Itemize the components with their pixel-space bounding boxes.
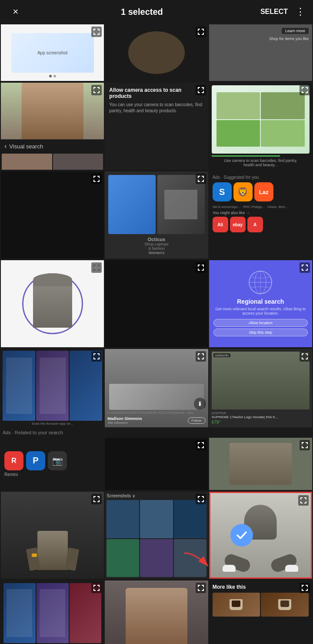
app-icon-lion[interactable]: 🦁 <box>233 182 253 201</box>
back-icon[interactable]: ‹ <box>4 142 7 150</box>
more-like-title: More like this <box>213 584 309 590</box>
list-item[interactable] <box>105 580 208 644</box>
app-icon-ebay[interactable]: ebay <box>230 217 246 232</box>
app-icon-p[interactable]: P <box>26 451 45 470</box>
visual-search-cell[interactable]: ‹ Visual search <box>1 83 104 170</box>
arrow-overlay <box>182 549 208 572</box>
more-like-this-cell[interactable]: More like this <box>209 580 312 644</box>
scan-label: Use camera to scan barcodes, find pantry… <box>212 158 310 167</box>
product-price: ¢79° <box>212 420 221 425</box>
header-title: 1 selected <box>23 7 260 17</box>
grid-row-ads: R P 📷 Remini <box>0 437 313 491</box>
expand-icon[interactable] <box>196 494 206 504</box>
expand-icon[interactable] <box>91 85 102 95</box>
list-item[interactable] <box>209 438 312 490</box>
product-user: sunburnto <box>213 353 230 357</box>
expand-icon[interactable] <box>300 440 310 450</box>
app-icon-s[interactable]: S <box>213 182 232 201</box>
regional-search-cell[interactable]: Regional search Get more relevant local … <box>209 260 312 347</box>
expand-icon[interactable] <box>196 27 206 37</box>
product-brand: HOPPER <box>212 411 310 415</box>
shop-subtitle: Shop for items you like <box>269 37 309 41</box>
list-item[interactable] <box>105 438 208 490</box>
screenshots-cell[interactable]: Screenshots ∨ <box>105 492 208 579</box>
camera-popup-cell[interactable]: × Allow camera access to scan products Y… <box>105 83 208 170</box>
expand-icon[interactable] <box>300 351 310 362</box>
ads-related-label: Ads · Related to your search <box>0 428 313 437</box>
app-icon-pdf[interactable]: A <box>247 217 263 232</box>
selected-checkmark <box>230 524 253 547</box>
visual-search-label: Visual search <box>9 143 43 150</box>
list-item[interactable] <box>105 24 208 81</box>
expand-icon[interactable] <box>91 583 102 593</box>
grid-row-3: Octicus Shop Laptops& fashion Women's Ad… <box>0 171 313 259</box>
learn-more-button[interactable]: Learn more <box>282 28 309 34</box>
globe-icon <box>247 269 273 295</box>
visual-search-bar[interactable]: ‹ Visual search <box>1 139 104 153</box>
list-item[interactable] <box>1 171 104 258</box>
expand-icon[interactable] <box>91 27 102 37</box>
header-actions: SELECT ⋮ <box>260 6 305 17</box>
skip-step-button[interactable]: Skip this step <box>213 329 308 336</box>
expand-icon[interactable] <box>196 262 206 273</box>
expand-icon[interactable] <box>300 583 310 593</box>
select-button[interactable]: SELECT <box>260 8 288 16</box>
list-item[interactable]: ⬇ Madison Simmons 48k followers Follow t… <box>105 349 208 427</box>
coffee-grid <box>213 593 309 617</box>
list-item[interactable]: Here's also camera, live feed, fast prod… <box>1 580 104 644</box>
expand-icon[interactable] <box>91 174 102 184</box>
grid-row-1: App screenshot <box>0 23 313 82</box>
list-item[interactable] <box>1 260 104 347</box>
camera-popup-title: Allow camera access to scan products <box>109 87 203 99</box>
list-item[interactable]: App screenshot <box>1 24 104 81</box>
list-item[interactable]: Learn more Shop for items you like <box>209 24 312 81</box>
remini-cell[interactable]: R P 📷 Remini <box>1 438 104 490</box>
selected-item[interactable] <box>209 492 312 579</box>
allow-location-button[interactable]: Allow location <box>213 319 308 327</box>
expand-icon[interactable] <box>91 262 102 273</box>
progress-bar <box>212 155 280 157</box>
list-item[interactable]: Octicus Shop Laptops& fashion Women's <box>105 171 208 258</box>
list-item[interactable] <box>1 492 104 579</box>
app-icon-ali[interactable]: Ali <box>213 217 228 232</box>
url-text: ti/1643605627ti/299570476c6f03095 45110c… <box>107 411 205 414</box>
profile-followers: 48k followers <box>107 421 142 425</box>
expand-icon[interactable] <box>196 440 206 450</box>
grid-row-2: ‹ Visual search × Allow camera access to… <box>0 82 313 171</box>
app-icon-scan[interactable]: 📷 <box>48 451 67 470</box>
expand-icon[interactable] <box>196 583 206 593</box>
follow-button[interactable]: Follow <box>188 417 206 424</box>
close-button[interactable]: × <box>8 6 23 17</box>
product-name: SUPREME 17Aw0ct Logo Hoodie( Khk K... <box>212 415 310 419</box>
expand-icon[interactable] <box>300 262 310 273</box>
expand-icon[interactable] <box>196 85 206 95</box>
expand-icon[interactable] <box>300 85 310 95</box>
profile-overlay: Madison Simmons 48k followers Follow <box>107 416 205 425</box>
might-like-label: You might also like → <box>213 211 309 215</box>
grid-row-5: Scan the Amazon app on... ⬇ Madison Simm… <box>0 348 313 428</box>
expand-icon[interactable] <box>196 174 206 184</box>
grid-row-4: Regional search Get more relevant local … <box>0 259 313 348</box>
app-icon-remini[interactable]: R <box>4 451 23 470</box>
expand-icon[interactable] <box>196 351 206 362</box>
app-icon-laz[interactable]: Laz <box>254 182 273 201</box>
profile-name: Madison Simmons <box>107 416 142 421</box>
header: × 1 selected SELECT ⋮ <box>0 0 313 23</box>
regional-title: Regional search <box>237 298 284 305</box>
expand-icon[interactable] <box>298 495 309 506</box>
carousel-dots <box>49 75 56 77</box>
more-options-button[interactable]: ⋮ <box>296 6 305 17</box>
grid-row-7: Screenshots ∨ <box>0 491 313 580</box>
list-item[interactable]: Scan the Amazon app on... <box>1 349 104 427</box>
screenshots-label: Screenshots ∨ <box>107 493 135 498</box>
list-item[interactable] <box>105 260 208 347</box>
ads-label: Ads · Suggested for you <box>213 175 309 180</box>
grid-row-8: Here's also camera, live feed, fast prod… <box>0 580 313 644</box>
shop-label: Octicus Shop Laptops& fashion Women's <box>108 237 204 255</box>
suggestions-cell[interactable]: Ads · Suggested for you S 🦁 Laz Siti E-k… <box>209 171 312 258</box>
regional-desc: Get more relevant local search results. … <box>213 307 308 315</box>
list-item[interactable]: Use camera to scan barcodes, find pantry… <box>209 83 312 170</box>
expand-icon[interactable] <box>91 351 102 362</box>
expand-icon[interactable] <box>91 494 102 504</box>
list-item[interactable]: sunburnto HOPPER SUPREME 17Aw0ct Logo Ho… <box>209 349 312 427</box>
